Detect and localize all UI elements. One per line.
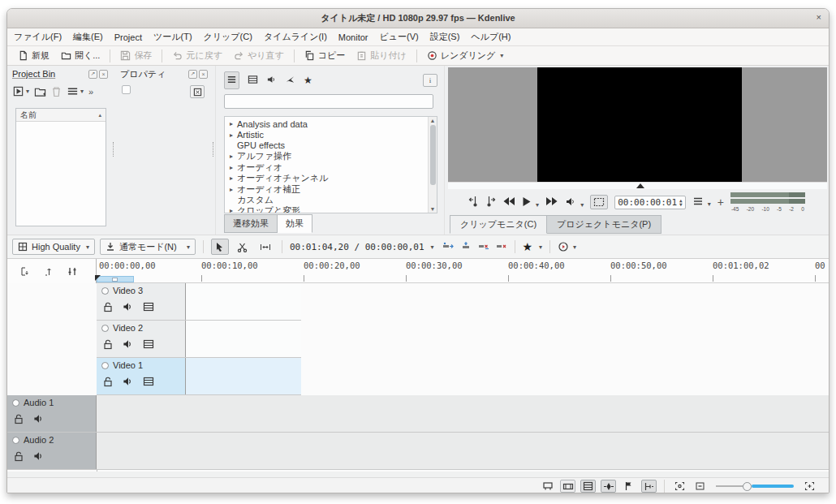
create-folder-button[interactable]: [34, 86, 46, 97]
paste-button[interactable]: 貼り付け: [352, 48, 411, 63]
copy-button[interactable]: コピー: [300, 48, 350, 63]
scroll-up-icon[interactable]: ▲: [429, 118, 437, 123]
expand-caret-icon[interactable]: ▸: [228, 120, 235, 127]
name-column-header[interactable]: 名前: [20, 110, 37, 121]
track-target-radio[interactable]: [12, 437, 19, 444]
effect-category[interactable]: ▸オーディオ: [225, 162, 437, 173]
expand-caret-icon[interactable]: ▸: [228, 131, 235, 139]
track-lane[interactable]: [186, 358, 301, 394]
lock-icon[interactable]: [14, 414, 24, 424]
mode-dropdown-arrow[interactable]: ▾: [187, 243, 190, 251]
volume-dropdown-arrow[interactable]: ▾: [580, 201, 584, 209]
preview-quality-select[interactable]: High Quality ▾: [12, 239, 95, 255]
seek-position-marker[interactable]: [636, 183, 644, 188]
float-panel-icon[interactable]: ↗: [188, 70, 197, 79]
properties-checkbox[interactable]: [122, 85, 131, 94]
video-thumb-icon[interactable]: [143, 377, 154, 386]
timeline-render-button[interactable]: ▾: [558, 241, 576, 252]
track-target-radio[interactable]: [101, 325, 109, 332]
edit-mode-select[interactable]: 通常モード(N) ▾: [100, 239, 196, 255]
video-effects-button[interactable]: [248, 73, 258, 88]
tab-project-monitor[interactable]: プロジェクトモニタ(P): [547, 215, 661, 234]
zone-start-button[interactable]: [468, 196, 479, 209]
track-target-radio[interactable]: [12, 399, 19, 407]
speaker-icon[interactable]: [123, 377, 133, 386]
selection-tool-button[interactable]: [211, 239, 229, 255]
effect-category[interactable]: GPU effects: [225, 140, 437, 151]
menu-file[interactable]: ファイル(F): [14, 31, 62, 43]
timecode-spinner[interactable]: ▲▼: [679, 198, 683, 206]
monitor-timecode[interactable]: 00:00:00:01 ▲▼: [614, 196, 685, 209]
expand-caret-icon[interactable]: ▸: [228, 186, 235, 193]
effects-scrollbar[interactable]: ▲ ▼: [428, 117, 437, 213]
menu-edit[interactable]: 編集(E): [73, 31, 103, 43]
show-film-thumbnails-button[interactable]: [580, 480, 596, 493]
timeline-timecode[interactable]: 00:01:04,20 / 00:00:00,01: [290, 242, 424, 252]
master-effects-icon[interactable]: [44, 266, 54, 277]
speaker-icon[interactable]: [123, 302, 133, 312]
close-button[interactable]: ×: [817, 12, 821, 22]
scrollbar-thumb[interactable]: [430, 125, 436, 185]
track-target-radio[interactable]: [101, 362, 109, 369]
speaker-icon[interactable]: [33, 414, 44, 424]
zone-handle[interactable]: [112, 278, 118, 282]
effects-search-input[interactable]: [224, 94, 433, 109]
menu-help[interactable]: ヘルプ(H): [471, 31, 511, 43]
favorite-effects-button[interactable]: ★: [304, 75, 312, 86]
snap-button[interactable]: [641, 480, 657, 493]
monitor-seekbar[interactable]: [448, 182, 827, 189]
audio-effects-button[interactable]: [266, 73, 277, 88]
favorites-dropdown-arrow[interactable]: ▾: [539, 243, 542, 251]
track-lane[interactable]: [186, 321, 301, 357]
timeline-ruler[interactable]: 00:00:00,00 00:00:10,00 00:00:20,00 00:0…: [7, 259, 829, 283]
overwrite-zone-button[interactable]: [460, 242, 472, 252]
show-video-thumbnails-button[interactable]: [560, 480, 575, 493]
timeline-zoom-slider[interactable]: [716, 480, 794, 492]
track-lane[interactable]: [97, 433, 829, 469]
play-button[interactable]: ▾: [522, 196, 539, 209]
effect-category[interactable]: ▸アルファ操作: [225, 151, 437, 162]
monitor-volume-button[interactable]: ▾: [565, 196, 584, 209]
slider-handle[interactable]: [743, 482, 752, 491]
menu-timeline[interactable]: タイムライン(I): [264, 31, 327, 43]
timecode-dropdown-arrow[interactable]: ▾: [431, 243, 434, 251]
add-clip-button[interactable]: ▾: [12, 85, 29, 97]
close-panel-icon[interactable]: ×: [199, 70, 208, 79]
track-header[interactable]: Video 2: [97, 321, 186, 357]
zoom-in-button[interactable]: [802, 480, 817, 493]
expand-caret-icon[interactable]: ▸: [228, 164, 235, 171]
menu-view[interactable]: ビュー(V): [380, 31, 419, 43]
lock-icon[interactable]: [103, 339, 113, 350]
automatic-transition-button[interactable]: [540, 480, 555, 493]
redo-button[interactable]: やり直す: [230, 48, 288, 63]
lock-icon[interactable]: [103, 302, 113, 312]
spacer-tool-button[interactable]: [256, 239, 274, 255]
video-thumb-icon[interactable]: [143, 302, 154, 312]
menu-monitor[interactable]: Monitor: [338, 32, 368, 42]
show-audio-thumbnails-button[interactable]: [601, 480, 616, 493]
track-target-radio[interactable]: [101, 287, 109, 295]
effect-category[interactable]: カスタム: [225, 195, 437, 205]
show-all-effects-button[interactable]: [224, 71, 239, 89]
bin-overflow-button[interactable]: »: [88, 87, 93, 97]
lock-icon[interactable]: [14, 451, 24, 462]
menu-settings[interactable]: 設定(S): [430, 31, 460, 43]
track-header[interactable]: Video 3: [97, 283, 186, 320]
rewind-button[interactable]: [502, 196, 515, 208]
speaker-icon[interactable]: [123, 339, 133, 349]
lock-icon[interactable]: [103, 377, 113, 387]
menu-project[interactable]: Project: [114, 32, 142, 42]
scroll-down-icon[interactable]: ▼: [429, 206, 437, 212]
track-header[interactable]: Video 1: [97, 358, 186, 394]
insert-zone-button[interactable]: [442, 242, 454, 252]
undo-button[interactable]: 元に戻す: [168, 48, 226, 63]
track-lane[interactable]: [186, 283, 301, 320]
new-button[interactable]: 新規: [14, 48, 54, 63]
quality-dropdown-arrow[interactable]: ▾: [86, 243, 89, 251]
menu-tool[interactable]: ツール(T): [153, 31, 192, 43]
fit-zoom-button[interactable]: [672, 480, 687, 493]
effects-info-button[interactable]: i: [423, 74, 437, 87]
save-button[interactable]: 保存: [116, 48, 156, 63]
monitor-menu-dropdown-arrow[interactable]: ▾: [708, 200, 711, 208]
monitor-menu-button[interactable]: ▾: [692, 196, 711, 208]
